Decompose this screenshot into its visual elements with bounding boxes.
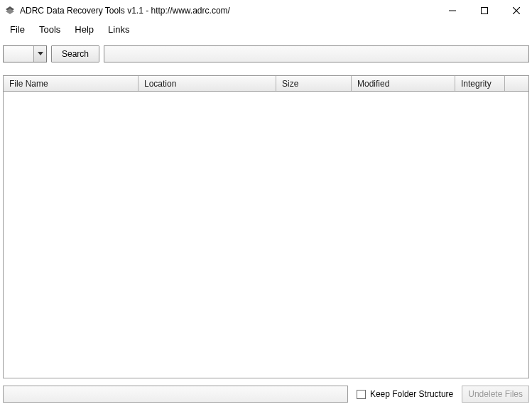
drive-select[interactable] bbox=[3, 45, 47, 62]
column-header-integrity[interactable]: Integrity bbox=[455, 76, 505, 91]
app-icon bbox=[4, 5, 16, 16]
dropdown-arrow-icon[interactable] bbox=[33, 46, 46, 62]
undelete-button-label: Undelete Files bbox=[468, 389, 523, 399]
table-body[interactable] bbox=[4, 92, 528, 378]
window-controls bbox=[436, 0, 532, 21]
path-display bbox=[104, 45, 529, 62]
column-header-spacer bbox=[505, 76, 528, 91]
svg-marker-6 bbox=[38, 52, 43, 55]
checkbox-box-icon bbox=[357, 390, 366, 399]
toolbar: Search bbox=[0, 45, 532, 62]
maximize-button[interactable] bbox=[468, 0, 500, 21]
close-button[interactable] bbox=[500, 0, 532, 21]
menu-bar: File Tools Help Links bbox=[0, 21, 532, 37]
column-header-size[interactable]: Size bbox=[276, 76, 352, 91]
menu-help[interactable]: Help bbox=[67, 23, 101, 36]
window-title: ADRC Data Recovery Tools v1.1 - http://w… bbox=[20, 6, 436, 16]
title-bar: ADRC Data Recovery Tools v1.1 - http://w… bbox=[0, 0, 532, 21]
menu-file[interactable]: File bbox=[3, 23, 32, 36]
column-header-filename[interactable]: File Name bbox=[4, 76, 139, 91]
search-button-label: Search bbox=[62, 49, 89, 59]
minimize-button[interactable] bbox=[436, 0, 468, 21]
footer-bar: Keep Folder Structure Undelete Files bbox=[0, 384, 532, 404]
keep-folder-label: Keep Folder Structure bbox=[370, 389, 453, 399]
svg-rect-3 bbox=[481, 8, 487, 14]
column-header-location[interactable]: Location bbox=[139, 76, 276, 91]
table-header-row: File Name Location Size Modified Integri… bbox=[4, 76, 528, 92]
menu-tools[interactable]: Tools bbox=[32, 23, 67, 36]
svg-line-4 bbox=[513, 7, 520, 14]
menu-links[interactable]: Links bbox=[101, 23, 136, 36]
results-table: File Name Location Size Modified Integri… bbox=[3, 75, 529, 378]
column-header-modified[interactable]: Modified bbox=[352, 76, 455, 91]
undelete-button: Undelete Files bbox=[462, 386, 529, 403]
svg-line-5 bbox=[513, 7, 520, 14]
keep-folder-checkbox[interactable]: Keep Folder Structure bbox=[352, 386, 457, 403]
status-box bbox=[3, 386, 348, 403]
search-button[interactable]: Search bbox=[51, 45, 99, 62]
